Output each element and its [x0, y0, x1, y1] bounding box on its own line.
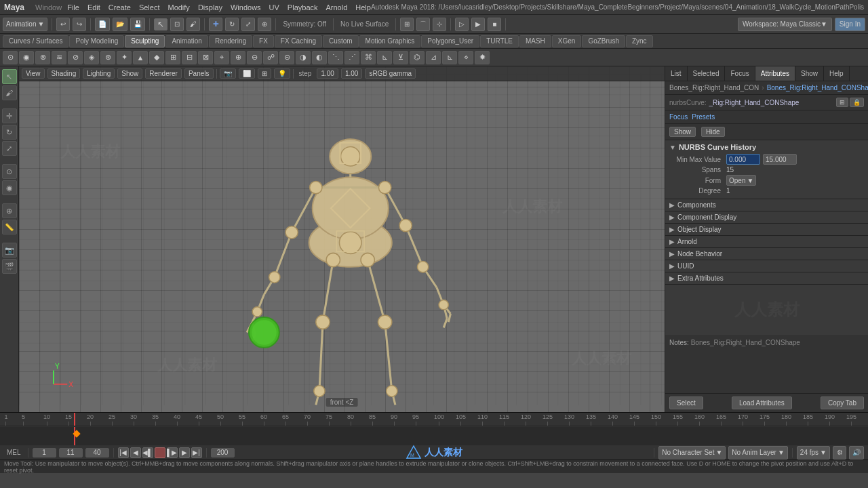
sculpt-btn-18[interactable]: ⊝	[279, 51, 294, 64]
rp-tab-attributes[interactable]: Attributes	[755, 66, 795, 81]
toolbar-stop-render[interactable]: ■	[488, 18, 501, 31]
toolbar-btn-redo[interactable]: ↪	[73, 18, 86, 31]
play-back-btn[interactable]: ◀▌	[142, 447, 153, 458]
tab-sculpting[interactable]: Sculpting	[125, 35, 165, 47]
tab-fx[interactable]: FX	[253, 35, 274, 47]
play-fwd-btn[interactable]: ▌▶	[167, 447, 178, 458]
sculpt-btn-29[interactable]: ⋄	[458, 51, 473, 64]
skip-start-btn[interactable]: |◀	[118, 447, 129, 458]
rp-tab-selected[interactable]: Selected	[688, 66, 726, 81]
sculpt-btn-9[interactable]: ▲	[133, 51, 148, 64]
tab-custom[interactable]: Custom	[323, 35, 358, 47]
lit-btn[interactable]: 💡	[274, 68, 290, 79]
menu-modify[interactable]: Modify	[167, 3, 189, 12]
anim-layer-dropdown[interactable]: No Anim Layer▼	[728, 446, 788, 460]
toolbar-render[interactable]: ▷	[455, 18, 469, 31]
left-btn-measure[interactable]: 📏	[2, 220, 17, 235]
menu-display[interactable]: Display	[198, 3, 222, 12]
sculpt-btn-20[interactable]: ◐	[312, 51, 327, 64]
tab-polygons-user[interactable]: Polygons_User	[421, 35, 479, 47]
panels-menu-btn[interactable]: Panels	[184, 68, 214, 79]
component-display-header[interactable]: ▶ Component Display	[665, 211, 868, 223]
select-btn[interactable]: Select	[669, 396, 703, 409]
toolbar-universal[interactable]: ⊕	[258, 18, 271, 31]
step-size-input[interactable]: 1.00	[317, 68, 338, 79]
sculpt-btn-14[interactable]: ⌖	[214, 51, 229, 64]
viewport[interactable]: X Y 人人素材 人人素材 人人素材 人人素材 View Shading Lig…	[19, 66, 665, 412]
obj-lock-btn[interactable]: 🔒	[850, 98, 864, 107]
menu-playback[interactable]: Playback	[288, 3, 318, 12]
step-fwd-btn[interactable]: ▶	[179, 447, 190, 458]
rp-tab-show[interactable]: Show	[795, 66, 824, 81]
scale-input[interactable]: 1.00	[341, 68, 362, 79]
rp-tab-help[interactable]: Help	[824, 66, 850, 81]
uuid-section-header[interactable]: ▶ UUID	[665, 260, 868, 272]
node-behavior-header[interactable]: ▶ Node Behavior	[665, 248, 868, 260]
renderer-menu-btn[interactable]: Renderer	[145, 68, 182, 79]
sculpt-btn-23[interactable]: ⌘	[361, 51, 376, 64]
toolbar-select[interactable]: ↖	[154, 18, 167, 30]
sculpt-btn-16[interactable]: ⊖	[247, 51, 262, 64]
timeline-scrub[interactable]	[0, 426, 868, 445]
nurbs-section-header[interactable]: ▼ NURBS Curve History	[669, 143, 864, 151]
copy-tab-btn[interactable]: Copy Tab	[821, 396, 864, 409]
sculpt-btn-11[interactable]: ⊞	[165, 51, 180, 64]
min-value-input[interactable]	[726, 154, 760, 165]
menu-windows[interactable]: Windows	[231, 3, 261, 12]
sculpt-btn-24[interactable]: ⊾	[377, 51, 392, 64]
sculpt-btn-15[interactable]: ⊕	[231, 51, 245, 64]
sculpt-btn-17[interactable]: ☍	[263, 51, 278, 64]
sculpt-btn-28[interactable]: ⊾	[442, 51, 457, 64]
max-value-input[interactable]	[763, 154, 797, 165]
menu-help[interactable]: Help	[355, 3, 371, 12]
camera-icon-btn[interactable]: 📷	[220, 68, 236, 79]
tab-fx-caching[interactable]: FX Caching	[275, 35, 322, 47]
breadcrumb-item-1[interactable]: Bones_Rig:Right_Hand_CON	[669, 84, 759, 92]
menu-file[interactable]: File	[67, 3, 79, 12]
fps-dropdown[interactable]: 24 fps▼	[797, 446, 830, 460]
show-btn[interactable]: Show	[669, 127, 696, 137]
sculpt-btn-19[interactable]: ◑	[296, 51, 311, 64]
rp-tab-focus[interactable]: Focus	[725, 66, 755, 81]
presets-btn[interactable]: Presets	[692, 113, 715, 121]
sculpt-btn-2[interactable]: ◉	[19, 51, 34, 64]
tab-xgen[interactable]: XGen	[552, 35, 582, 47]
tab-rendering[interactable]: Rendering	[209, 35, 252, 47]
timeline-ruler[interactable]: 1510152025303540455055606570758085909510…	[0, 413, 868, 426]
sculpt-btn-8[interactable]: ✦	[117, 51, 132, 64]
hide-btn[interactable]: Hide	[701, 127, 725, 137]
menu-arnold[interactable]: Arnold	[326, 3, 348, 12]
sculpt-btn-4[interactable]: ≋	[52, 51, 66, 64]
toolbar-snap-curve[interactable]: ⌒	[416, 18, 430, 31]
toolbar-snap-point[interactable]: ⊹	[433, 18, 446, 31]
rp-tab-list[interactable]: List	[665, 66, 688, 81]
wireframe-btn[interactable]: ⊞	[258, 68, 271, 79]
tab-zync[interactable]: Zync	[626, 35, 653, 47]
sculpt-btn-1[interactable]: ⊙	[3, 51, 18, 64]
components-section-header[interactable]: ▶ Components	[665, 199, 868, 211]
toolbar-ipr[interactable]: ▶	[471, 18, 485, 31]
sculpt-btn-3[interactable]: ⊗	[35, 51, 50, 64]
shading-menu-btn[interactable]: Shading	[47, 68, 81, 79]
timeline-settings-btn[interactable]: ⚙	[833, 446, 846, 460]
extra-attributes-header[interactable]: ▶ Extra Attributes	[665, 272, 868, 284]
frame-end-range-input[interactable]	[85, 448, 109, 458]
frame-max-input[interactable]	[211, 448, 235, 458]
breadcrumb-item-2[interactable]: Bones_Rig:Right_Hand_CONShape	[767, 84, 868, 92]
sculpt-btn-30[interactable]: ✸	[475, 51, 490, 64]
tab-curves-surfaces[interactable]: Curves / Surfaces	[3, 35, 68, 47]
menu-select[interactable]: Select	[139, 3, 160, 12]
toolbar-btn-open[interactable]: 📂	[113, 18, 127, 31]
left-btn-camera[interactable]: 📷	[2, 243, 17, 258]
toolbar-lasso[interactable]: ⊡	[170, 18, 184, 31]
toolbar-scale[interactable]: ⤢	[241, 18, 255, 31]
tab-mash[interactable]: MASH	[519, 35, 551, 47]
toolbar-move[interactable]: ✛	[209, 18, 222, 31]
sculpt-btn-22[interactable]: ⋰	[344, 51, 359, 64]
menu-create[interactable]: Create	[108, 3, 131, 12]
toolbar-btn-undo[interactable]: ↩	[56, 18, 70, 31]
step-back-btn[interactable]: ◀	[130, 447, 141, 458]
sculpt-btn-26[interactable]: ⌬	[410, 51, 425, 64]
sound-btn[interactable]: 🔊	[849, 446, 864, 460]
workspace-dropdown[interactable]: Workspace: Maya Classic▼	[738, 18, 832, 31]
